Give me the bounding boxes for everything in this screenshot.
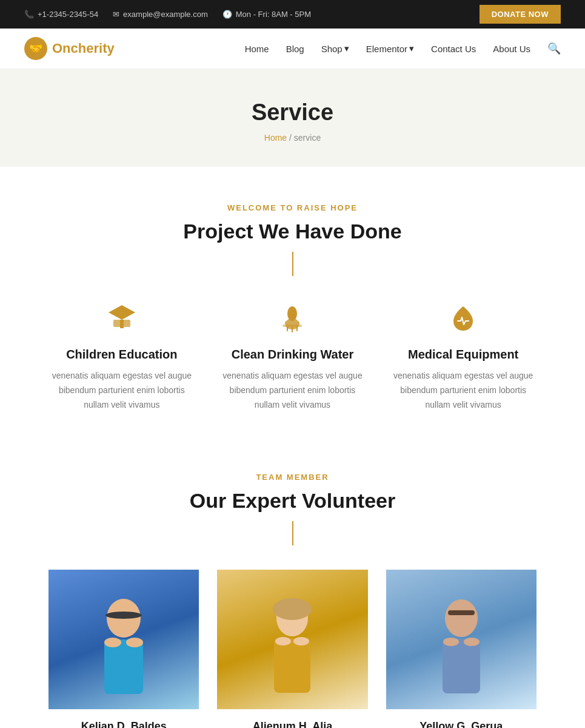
team-card-1: Kelian D. Baldes Volunteer: [48, 570, 199, 728]
projects-section: WELCOME TO RAISE HOPE Project We Have Do…: [0, 167, 585, 448]
team-member-name-3: Yellow G. Gerua: [386, 720, 537, 728]
svg-point-7: [104, 638, 121, 647]
nav-about[interactable]: About Us: [493, 44, 530, 54]
medical-icon: [390, 300, 537, 337]
breadcrumb-home[interactable]: Home: [264, 133, 287, 143]
svg-point-8: [126, 638, 143, 647]
logo-on: On: [52, 41, 71, 56]
team-member-name-1: Kelian D. Baldes: [48, 720, 199, 728]
team-title: Our Expert Volunteer: [48, 489, 537, 513]
nav-home[interactable]: Home: [245, 44, 269, 54]
projects-tag: WELCOME TO RAISE HOPE: [48, 203, 537, 212]
svg-rect-6: [104, 639, 143, 694]
team-divider: [292, 521, 293, 545]
section-divider: [292, 252, 293, 276]
logo-icon: 🤝: [24, 37, 47, 60]
hours-item: 🕐 Mon - Fri: 8AM - 5PM: [222, 10, 311, 19]
team-photo-3: [386, 570, 537, 709]
phone-item: 📞 +1-2345-2345-54: [24, 10, 98, 19]
breadcrumb: Home / service: [24, 133, 561, 143]
main-nav: Home Blog Shop ▾ Elementor ▾ Contact Us …: [245, 42, 561, 55]
team-card-3: Yellow G. Gerua Donator: [386, 570, 537, 728]
service-name-education: Children Education: [48, 348, 195, 362]
projects-title: Project We Have Done: [48, 220, 537, 243]
email-icon: ✉: [113, 10, 119, 19]
team-section: TEAM MEMBER Our Expert Volunteer Kelian …: [0, 448, 585, 728]
breadcrumb-current: service: [294, 133, 321, 143]
svg-rect-19: [448, 610, 475, 615]
svg-rect-11: [274, 638, 310, 693]
nav-contact[interactable]: Contact Us: [431, 44, 476, 54]
top-bar-right[interactable]: DONATE NOW: [480, 5, 561, 24]
email-item: ✉ example@example.com: [113, 10, 208, 19]
business-hours: Mon - Fri: 8AM - 5PM: [236, 10, 311, 19]
top-bar-left: 📞 +1-2345-2345-54 ✉ example@example.com …: [24, 10, 311, 19]
nav-shop[interactable]: Shop ▾: [321, 43, 349, 54]
logo-cherity: cherity: [71, 41, 115, 56]
svg-point-9: [105, 612, 142, 619]
nav-blog[interactable]: Blog: [286, 44, 304, 54]
chevron-down-icon: ▾: [344, 43, 349, 54]
svg-point-17: [443, 638, 459, 646]
chevron-down-icon: ▾: [409, 43, 414, 54]
svg-marker-0: [109, 305, 135, 320]
service-card-water: Clean Drinking Water venenatis aliquam e…: [219, 300, 366, 412]
team-tag: TEAM MEMBER: [48, 473, 537, 482]
team-photo-2: [217, 570, 367, 709]
header: 🤝 Oncherity Home Blog Shop ▾ Elementor ▾…: [0, 29, 585, 69]
service-name-medical: Medical Equipment: [390, 348, 537, 362]
clock-icon: 🕐: [222, 10, 232, 19]
service-desc-education: venenatis aliquam egestas vel augue bibe…: [48, 369, 195, 412]
team-grid: Kelian D. Baldes Volunteer Alienum H. Al…: [48, 570, 537, 728]
nav-elementor[interactable]: Elementor ▾: [366, 43, 414, 54]
svg-rect-16: [443, 639, 480, 693]
donate-now-button[interactable]: DONATE NOW: [480, 5, 561, 24]
service-card-education: Children Education venenatis aliquam ege…: [48, 300, 195, 412]
service-grid: Children Education venenatis aliquam ege…: [48, 300, 537, 412]
team-photo-1: [48, 570, 199, 709]
water-icon: [219, 300, 366, 337]
top-bar: 📞 +1-2345-2345-54 ✉ example@example.com …: [0, 0, 585, 29]
education-icon: [48, 300, 195, 337]
phone-number: +1-2345-2345-54: [38, 10, 98, 19]
service-desc-medical: venenatis aliquam egestas vel augue bibe…: [390, 369, 537, 412]
svg-point-13: [293, 637, 309, 645]
svg-point-14: [273, 598, 312, 620]
page-title: Service: [24, 99, 561, 126]
service-name-water: Clean Drinking Water: [219, 348, 366, 362]
logo-text: Oncherity: [52, 41, 115, 56]
svg-point-18: [464, 638, 480, 646]
team-member-name-2: Alienum H. Alia: [217, 720, 367, 728]
logo[interactable]: 🤝 Oncherity: [24, 37, 115, 60]
email-address: example@example.com: [123, 10, 208, 19]
search-button[interactable]: 🔍: [547, 42, 561, 55]
service-desc-water: venenatis aliquam egestas vel augue bibe…: [219, 369, 366, 412]
svg-rect-2: [120, 320, 124, 328]
svg-point-12: [275, 637, 291, 645]
svg-point-15: [445, 599, 478, 637]
page-hero: Service Home / service: [0, 69, 585, 167]
team-card-2: Alienum H. Alia Founder & CEO: [217, 570, 367, 728]
service-card-medical: Medical Equipment venenatis aliquam eges…: [390, 300, 537, 412]
phone-icon: 📞: [24, 10, 34, 19]
